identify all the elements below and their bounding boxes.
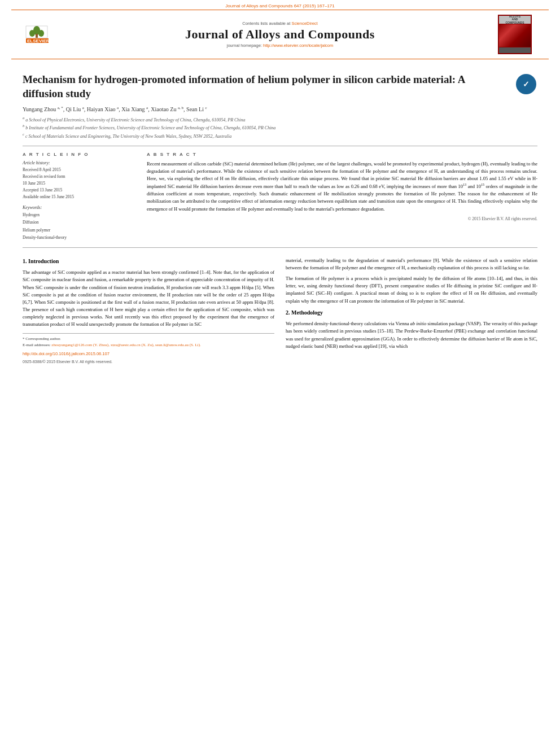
body-left-column: 1. Introduction The advantage of SiC com…	[23, 257, 274, 365]
author-yungang-zhou: Yungang Zhou a, *,	[23, 106, 64, 112]
author-qi-liu: Qi Liu a,	[66, 106, 86, 112]
svg-text:ELSEVIER: ELSEVIER	[27, 38, 50, 43]
divider-2	[23, 247, 537, 248]
intro-para-right-2: The formation of He polymer is a process…	[286, 275, 537, 305]
doi-link[interactable]: http://dx.doi.org/10.1016/j.jallcom.2015…	[23, 351, 274, 357]
author-xia-xiang: Xia Xiang a,	[121, 106, 150, 112]
abstract-text: Recent measurement of silicon carbide (S…	[147, 160, 537, 213]
article-info-column: A R T I C L E I N F O Article history: R…	[23, 152, 135, 242]
affiliation-a: a a School of Physical Electronics, Univ…	[23, 115, 537, 124]
article-info-abstract-section: A R T I C L E I N F O Article history: R…	[23, 152, 537, 242]
author-haiyan-xiao: Haiyan Xiao a,	[87, 106, 120, 112]
journal-title: Journal of Alloys and Compounds	[68, 27, 492, 42]
email-link[interactable]: zhouyungang1@126.com (Y. Zhou), xtzu@ues…	[51, 343, 200, 347]
history-revised-label: Received in revised form	[23, 173, 135, 180]
journal-citation: Journal of Alloys and Compounds 647 (201…	[0, 0, 560, 10]
journal-cover-bottom	[499, 47, 531, 53]
methodology-para-1: We performed density-functional-theory c…	[286, 320, 537, 350]
methodology-heading: 2. Methodology	[286, 308, 537, 317]
keywords-section: Keywords: Hydrogen Diffusion Helium poly…	[23, 205, 135, 242]
keyword-helium-polymer: Helium polymer	[23, 226, 135, 234]
authors-line: Yungang Zhou a, *, Qi Liu a, Haiyan Xiao…	[23, 105, 537, 112]
intro-para-1: The advantage of SiC composite applied a…	[23, 269, 274, 328]
divider-1	[23, 146, 537, 146]
abstract-copyright: © 2015 Elsevier B.V. All rights reserved…	[147, 216, 537, 221]
elsevier-logo-icon: ELSEVIER	[25, 25, 65, 43]
crossmark-icon: ✓	[516, 74, 536, 94]
body-two-columns: 1. Introduction The advantage of SiC com…	[23, 257, 537, 365]
affiliation-c: c c School of Materials Science and Engi…	[23, 132, 537, 140]
intro-para-right-1: material, eventually leading to the degr…	[286, 257, 537, 272]
keyword-hydrogen: Hydrogen	[23, 211, 135, 219]
history-revised-date: 10 June 2015	[23, 180, 135, 187]
crossmark-badge[interactable]: ✓	[515, 73, 537, 95]
paper-title: Mechanism for hydrogen-promoted informat…	[23, 73, 537, 101]
sciencedirect-link[interactable]: ScienceDirect	[291, 21, 317, 26]
journal-cover-area: ALLOYSANDCOMPOUNDS	[492, 15, 537, 54]
abstract-label: A B S T R A C T	[147, 152, 537, 157]
journal-cover-top: ALLOYSANDCOMPOUNDS	[499, 16, 531, 24]
homepage-line: journal homepage: http://www.elsevier.co…	[68, 43, 492, 48]
body-section: 1. Introduction The advantage of SiC com…	[23, 257, 537, 365]
elsevier-logo-area: ELSEVIER	[23, 25, 68, 43]
footnote-area: * Corresponding author. E-mail addresses…	[23, 333, 274, 365]
sciencedirect-line: Contents lists available at ScienceDirec…	[68, 21, 492, 26]
svg-point-4	[29, 30, 35, 37]
journal-header: ELSEVIER Contents lists available at Sci…	[11, 10, 549, 59]
history-title: Article history:	[23, 160, 135, 165]
footer-copyright: 0925-8388/© 2015 Elsevier B.V. All right…	[23, 359, 274, 365]
keyword-diffusion: Diffusion	[23, 219, 135, 226]
svg-point-5	[38, 30, 44, 37]
history-received: Received 8 April 2015	[23, 167, 135, 173]
affiliation-b: b b Institute of Fundamental and Frontie…	[23, 123, 537, 132]
corresponding-note: * Corresponding author.	[23, 336, 274, 342]
article-info-label: A R T I C L E I N F O	[23, 152, 135, 157]
email-note: E-mail addresses: zhouyungang1@126.com (…	[23, 342, 274, 348]
affiliations: a a School of Physical Electronics, Univ…	[23, 115, 537, 140]
body-right-column: material, eventually leading to the degr…	[286, 257, 537, 365]
keyword-dft: Density-functional-theory	[23, 234, 135, 242]
journal-cover-body	[499, 24, 531, 47]
article-history: Article history: Received 8 April 2015 R…	[23, 160, 135, 200]
history-available: Available online 15 June 2015	[23, 194, 135, 200]
history-accepted: Accepted 13 June 2015	[23, 187, 135, 194]
homepage-link[interactable]: http://www.elsevier.com/locate/jalcom	[263, 43, 333, 48]
intro-heading: 1. Introduction	[23, 257, 274, 266]
author-xiaotao-zu: Xiaotao Zu a, b,	[151, 106, 185, 112]
journal-cover-image: ALLOYSANDCOMPOUNDS	[498, 15, 532, 54]
svg-rect-6	[36, 34, 38, 38]
author-sean-li: Sean Li c	[186, 106, 207, 112]
main-content: Mechanism for hydrogen-promoted informat…	[0, 59, 560, 370]
keywords-title: Keywords:	[23, 205, 135, 210]
abstract-column: A B S T R A C T Recent measurement of si…	[147, 152, 537, 242]
journal-header-center: Contents lists available at ScienceDirec…	[68, 19, 492, 50]
